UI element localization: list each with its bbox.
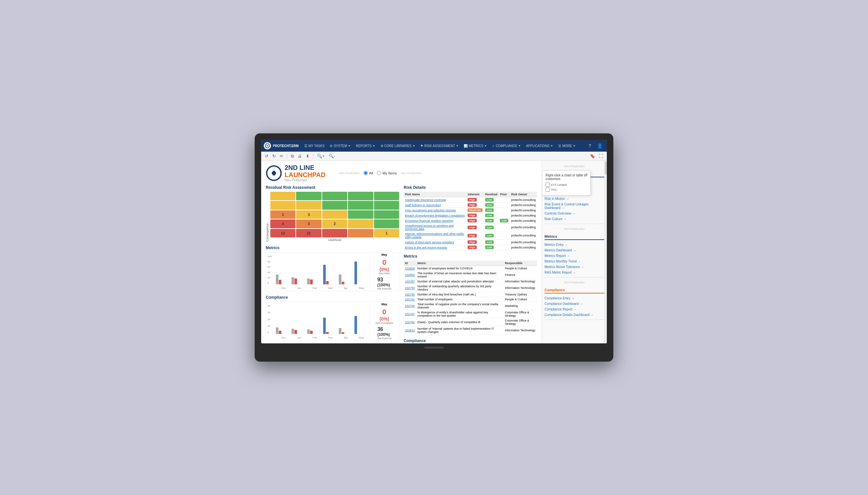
nav-reports[interactable]: REPORTS ▼ xyxy=(353,140,377,152)
sidebar-metrics-link[interactable]: Metrics Monthly Trend → xyxy=(544,259,604,264)
comp-bar-mar xyxy=(323,318,337,334)
nav-applications[interactable]: APPLICATIONS ▼ xyxy=(524,140,555,152)
matrix-cell-4-1[interactable]: 21 xyxy=(296,229,321,237)
undo-button[interactable]: ↺ xyxy=(264,153,269,159)
sidebar-risk-link[interactable]: Risk Event & Control Linkages Dashboard … xyxy=(544,202,604,211)
print-button[interactable]: 🖨 xyxy=(297,153,303,159)
sidebar-risk-link[interactable]: Risk in Motion → xyxy=(544,196,604,202)
nav-compliance[interactable]: ✓ COMPLIANCE ▼ xyxy=(490,140,523,152)
zoom-in-button[interactable]: 🔍+ xyxy=(316,153,326,159)
nav-core-libraries[interactable]: ⚙ CORE LIBRARIES ▼ xyxy=(378,140,418,152)
metrics-table-title: Metrics xyxy=(404,254,537,259)
compliance-chart-section: Compliance 40 30 20 10 0 xyxy=(266,295,399,341)
prior-cell xyxy=(499,232,510,240)
comp-bar-feb-2 xyxy=(310,331,313,334)
nav-metrics[interactable]: 📊 METRICS ▼ xyxy=(462,140,489,152)
tooltip-checkboxes: XYZ Limited YFG xyxy=(545,183,587,192)
inherent-badge: High xyxy=(468,245,477,249)
checkbox-yfg[interactable]: YFG xyxy=(545,188,587,192)
sidebar-metrics-link[interactable]: Metrics Report → xyxy=(544,253,604,259)
matrix-cell-3-0[interactable]: 4 xyxy=(270,220,295,228)
nav-risk-assessment[interactable]: ⚑ RISK ASSESSMENT ▼ xyxy=(418,140,461,152)
matrix-cell-3-2[interactable]: 2 xyxy=(322,220,347,228)
filter-all[interactable]: All xyxy=(364,171,373,175)
matrix-cell-3-1[interactable]: 3 xyxy=(296,220,321,228)
sidebar-risk-link[interactable]: Controls Overview → xyxy=(544,211,604,216)
scrollbar-track[interactable] xyxy=(604,161,607,343)
metric-id-link[interactable]: 102795 xyxy=(405,293,415,296)
tooltip-close-button[interactable]: ✕ xyxy=(585,172,588,177)
metric-id-link[interactable]: 102813 xyxy=(405,329,415,332)
matrix-cell-4-4[interactable]: 1 xyxy=(374,229,399,237)
sidebar-compliance-link[interactable]: Compliance Dashboard → xyxy=(544,301,604,307)
filter-my-items[interactable]: My Items xyxy=(377,171,397,175)
metric-id-link[interactable]: 102791 xyxy=(405,298,415,301)
yfg-checkbox[interactable] xyxy=(545,188,550,192)
matrix-cell-2-0[interactable]: 1 xyxy=(270,210,295,219)
risk-name-link[interactable]: Unauthorized access to sensitive and emp… xyxy=(405,224,454,231)
metric-id-link[interactable]: 102787 xyxy=(405,280,415,283)
matrix-cell-4-0[interactable]: 12 xyxy=(270,229,295,237)
matrix-cell-2-1[interactable]: 3 xyxy=(296,210,321,219)
sidebar-metrics-link[interactable]: Metrics Entry → xyxy=(544,242,604,248)
sidebar-compliance-link[interactable]: Compliance Details Dashboard → xyxy=(544,312,604,318)
xyz-checkbox[interactable] xyxy=(545,183,550,187)
nav-logo[interactable]: PROTECHT.ERM xyxy=(264,142,299,149)
bar-mar-2 xyxy=(326,281,329,284)
help-button[interactable]: ? xyxy=(585,141,594,150)
metric-id-link[interactable]: 102793 xyxy=(405,286,415,290)
cy-10: 10 xyxy=(267,324,270,327)
nav-my-tasks[interactable]: ☰ MY TASKS xyxy=(302,140,327,152)
metric-name-cell: The number of times an insurance review … xyxy=(416,271,503,279)
risk-name-link[interactable]: Staff bullying or misconduct xyxy=(405,204,441,207)
metric-id-link[interactable]: 102782 xyxy=(405,321,415,324)
metric-responsible-cell: Information Technology xyxy=(504,326,537,335)
nav-system[interactable]: ⚙ SYSTEM ▼ xyxy=(327,140,353,152)
user-button[interactable]: 👤 xyxy=(595,141,604,150)
inherent-cell: Moderate xyxy=(466,208,484,213)
matrix-x-axis-label: Likelihood xyxy=(270,238,399,242)
matrix-y-axis-label: Consequence xyxy=(266,217,269,242)
risk-name-link[interactable]: Poor recruitment and selection process xyxy=(405,209,456,212)
right-sidebar: ✕ Right-click a chart or table to custom… xyxy=(542,161,607,343)
matrix-cell-3-4 xyxy=(374,220,399,228)
sidebar-compliance-links: Compliance Entry →Compliance Dashboard →… xyxy=(544,295,604,318)
metrics-col-id: ID xyxy=(404,260,416,266)
download-button[interactable]: ⬇ xyxy=(305,153,310,159)
scrollbar-thumb[interactable] xyxy=(605,161,607,174)
checkbox-xyz[interactable]: XYZ Limited xyxy=(545,183,587,187)
sidebar-compliance-link[interactable]: Compliance Entry → xyxy=(544,295,604,301)
redo-button[interactable]: ↻ xyxy=(271,153,277,159)
inherent-cell: High xyxy=(466,232,484,240)
sidebar-metrics-link[interactable]: RAS Metric Report → xyxy=(544,270,604,275)
edit-button[interactable]: ✏ xyxy=(279,153,284,159)
risk-name-link[interactable]: Internet, telecommunications and other p… xyxy=(405,232,464,239)
copy-button[interactable]: ⧉ xyxy=(290,153,295,159)
residual-badge: Low xyxy=(485,198,494,202)
metric-id-link[interactable]: 102787 xyxy=(405,312,415,315)
bookmark-button[interactable]: 🔖 xyxy=(589,153,596,159)
fullscreen-button[interactable]: ⛶ xyxy=(598,153,604,159)
sidebar-risk-link[interactable]: Risk Culture → xyxy=(544,216,604,222)
filter-all-radio[interactable] xyxy=(364,171,368,175)
zoom-out-button[interactable]: 🔍- xyxy=(328,153,336,159)
risk-name-link[interactable]: Breach of employment legislation / regul… xyxy=(405,214,465,217)
metric-id-link[interactable]: 102792 xyxy=(405,304,415,307)
risk-name-link[interactable]: Erroneous financial position reporting xyxy=(405,219,454,222)
comp-bar-jan-1 xyxy=(292,329,294,334)
risk-name-cell: Breach of employment legislation / regul… xyxy=(404,213,466,218)
sidebar-metrics-link[interactable]: Metrics Above Tolerance → xyxy=(544,264,604,270)
risk-name-link[interactable]: Failure of third party service providers xyxy=(405,241,454,244)
metric-id-link[interactable]: 102802 xyxy=(405,273,415,276)
cy-0: 0 xyxy=(267,331,270,334)
filter-my-radio[interactable] xyxy=(377,171,381,175)
nav-more[interactable]: ☰ MORE ▼ xyxy=(556,140,578,152)
sidebar-compliance-link[interactable]: Compliance Report → xyxy=(544,307,604,312)
inherent-badge: High xyxy=(468,226,477,229)
risk-name-link[interactable]: Inadequate insurance coverage xyxy=(405,198,446,202)
logo-text: PROTECHT.ERM xyxy=(273,144,299,148)
sidebar-metrics-link[interactable]: Metrics Dashboard → xyxy=(544,248,604,253)
metric-name-cell: % divergence of entity's shareholder val… xyxy=(416,310,503,318)
risk-name-link[interactable]: Errors in the unit pricing process xyxy=(405,246,447,249)
metric-id-link[interactable]: 102828 xyxy=(405,267,415,270)
